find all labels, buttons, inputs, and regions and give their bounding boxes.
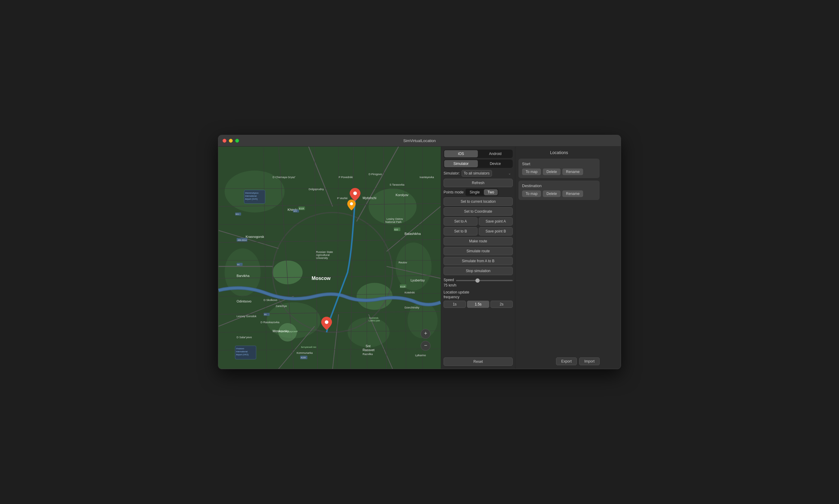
svg-text:E22: E22 (394, 229, 398, 231)
make-route-button[interactable]: Make route (444, 237, 513, 246)
single-mode-button[interactable]: Single (466, 189, 483, 195)
device-button[interactable]: Device (478, 160, 512, 167)
start-location-card: Start To map Delete Rename (518, 159, 600, 178)
svg-text:M1: M1 (264, 313, 267, 316)
svg-text:Битцевский лес: Битцевский лес (301, 346, 316, 348)
svg-text:Reutov: Reutov (398, 261, 407, 264)
svg-text:P Veshki: P Veshki (337, 197, 348, 200)
export-button[interactable]: Export (556, 357, 577, 365)
frequency-section: Location updatefrequency 1s 1.5s 2s (444, 290, 513, 308)
svg-text:Moskovsky: Moskovsky (273, 329, 289, 333)
svg-text:Ivanteyevka: Ivanteyevka (420, 176, 434, 179)
set-coordinate-button[interactable]: Set to Coordinate (444, 207, 513, 216)
svg-text:P Povedniki: P Povedniki (339, 176, 353, 179)
save-point-b-button[interactable]: Save point B (479, 227, 513, 235)
mode-segment: Simulator Device (444, 160, 513, 168)
svg-text:Vnukovo: Vnukovo (236, 347, 244, 349)
traffic-lights (223, 139, 239, 143)
svg-text:46K-0014: 46K-0014 (238, 239, 246, 241)
locations-footer: Export Import (518, 357, 600, 365)
svg-text:Moscow: Moscow (311, 276, 330, 281)
destination-location-card: Destination To map Delete Rename (518, 181, 600, 200)
svg-text:Odintsovo: Odintsovo (237, 300, 252, 303)
svg-text:Lyubertsy: Lyubertsy (410, 278, 425, 282)
svg-text:National Park: National Park (385, 220, 401, 223)
svg-text:M1: M1 (237, 264, 240, 266)
svg-text:−: − (424, 342, 427, 348)
destination-to-map-button[interactable]: To map (522, 191, 541, 197)
svg-text:E115: E115 (400, 286, 405, 288)
svg-text:Sheremetyevo: Sheremetyevo (245, 192, 259, 194)
svg-point-108 (325, 320, 328, 324)
svg-point-3 (395, 242, 431, 290)
close-button[interactable] (223, 139, 226, 143)
simulator-select[interactable]: To all simulators (462, 170, 492, 177)
import-button[interactable]: Import (579, 357, 600, 365)
speed-label: Speed (444, 278, 454, 282)
set-to-b-button[interactable]: Set to B (444, 227, 478, 235)
svg-text:Zarechye: Zarechye (275, 305, 287, 308)
svg-text:Snt: Snt (366, 344, 371, 348)
locations-title: Locations (518, 150, 600, 155)
set-to-a-button[interactable]: Set to A (444, 217, 478, 226)
destination-rename-button[interactable]: Rename (562, 191, 583, 197)
points-mode-segment: Single Two (465, 188, 498, 196)
control-panel: iOS Android Simulator Device Simulator: … (441, 147, 515, 369)
freq-1s-button[interactable]: 1s (444, 301, 466, 308)
svg-text:Losiny Ostrov: Losiny Ostrov (387, 217, 403, 220)
map-area[interactable]: Sheremetyevo International Airport (SVO)… (218, 147, 441, 369)
save-point-a-button[interactable]: Save point A (479, 217, 513, 226)
simulator-label: Simulator: (444, 171, 460, 175)
reset-button[interactable]: Reset (444, 357, 513, 366)
start-delete-button[interactable]: Delete (543, 168, 561, 175)
svg-text:Rassvet: Rassvet (363, 348, 375, 352)
svg-text:Balashikha: Balashikha (405, 232, 421, 235)
locations-panel: Locations Start To map Delete Rename Des… (515, 147, 603, 369)
simulator-row: Simulator: To all simulators (444, 170, 513, 177)
destination-label: Destination (522, 183, 596, 188)
svg-text:Razvilka: Razvilka (363, 353, 373, 356)
main-content: Sheremetyevo International Airport (SVO)… (218, 147, 621, 369)
refresh-button[interactable]: Refresh (444, 179, 513, 187)
set-a-row: Set to A Save point A (444, 217, 513, 226)
svg-text:International: International (245, 195, 257, 197)
titlebar: SimVirtualLocation (218, 135, 621, 147)
svg-text:D Skolkovo: D Skolkovo (264, 299, 277, 302)
frequency-buttons: 1s 1.5s 2s (444, 301, 513, 308)
frequency-label: Location updatefrequency (444, 290, 513, 300)
svg-text:+: + (424, 330, 427, 337)
speed-row: Speed (444, 278, 513, 283)
simulate-route-button[interactable]: Simulate route (444, 247, 513, 255)
platform-segment: iOS Android (444, 149, 513, 158)
svg-text:Lesnoy Gorodok: Lesnoy Gorodok (237, 315, 257, 318)
freq-1-5s-button[interactable]: 1.5s (467, 301, 489, 308)
freq-2s-button[interactable]: 2s (491, 301, 513, 308)
speed-section: Speed 75 km/h (444, 278, 513, 287)
app-window: SimVirtualLocation (218, 135, 621, 369)
minimize-button[interactable] (229, 139, 233, 143)
start-to-map-button[interactable]: To map (522, 168, 541, 175)
maximize-button[interactable] (235, 139, 239, 143)
svg-text:A108: A108 (301, 357, 306, 359)
svg-text:International: International (236, 350, 248, 353)
set-current-location-button[interactable]: Set to current location (444, 197, 513, 206)
svg-text:D Rasskazovka: D Rasskazovka (261, 321, 279, 324)
destination-delete-button[interactable]: Delete (543, 191, 561, 197)
svg-text:Barvikha: Barvikha (237, 274, 250, 277)
start-buttons: To map Delete Rename (522, 168, 596, 175)
simulate-a-to-b-button[interactable]: Simulate from A to B (444, 257, 513, 265)
ios-button[interactable]: iOS (444, 150, 478, 157)
two-mode-button[interactable]: Two (484, 189, 498, 195)
points-mode-row: Points mode Single Two (444, 188, 513, 196)
svg-text:Lytkarino: Lytkarino (415, 354, 426, 357)
svg-text:Korolyov: Korolyov (395, 193, 408, 197)
svg-text:M11: M11 (236, 213, 239, 215)
speed-slider[interactable] (456, 280, 513, 281)
android-button[interactable]: Android (478, 150, 512, 157)
simulator-button[interactable]: Simulator (444, 160, 478, 167)
window-title: SimVirtualLocation (403, 139, 436, 143)
svg-text:D Salar'yevo: D Salar'yevo (237, 336, 252, 339)
stop-simulation-button[interactable]: Stop simulation (444, 267, 513, 275)
start-rename-button[interactable]: Rename (562, 168, 583, 175)
svg-text:Russian State: Russian State (316, 251, 333, 253)
